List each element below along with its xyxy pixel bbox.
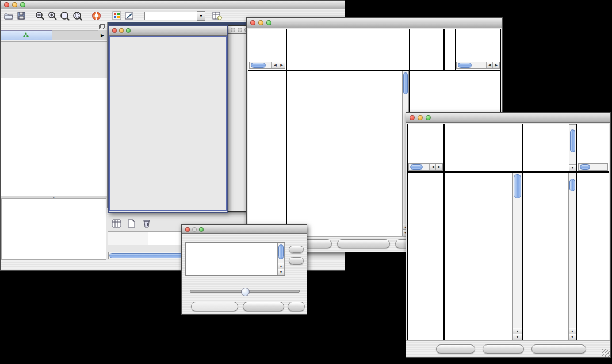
zoom-window-button[interactable] — [426, 115, 431, 120]
minimize-button[interactable] — [258, 20, 263, 25]
slider-thumb[interactable] — [241, 288, 250, 296]
minimize-button[interactable] — [119, 28, 124, 33]
move-down-button[interactable] — [289, 257, 304, 265]
tv1-usage-hints-panel: ◀▶ — [445, 29, 500, 70]
zoom-out-icon[interactable] — [34, 10, 45, 21]
export-graphics-button[interactable] — [531, 344, 586, 354]
export-graphics-button[interactable] — [337, 239, 390, 248]
zoom-window-button[interactable] — [20, 2, 25, 7]
attribute-listbox: ▲▼ — [185, 242, 285, 276]
tv2-zoom-vscrollbar[interactable]: ▲▼ — [568, 173, 576, 340]
network-table-header[interactable] — [1, 40, 107, 42]
tv2-heatmap-canvas[interactable] — [445, 173, 512, 340]
animation-speed-slider[interactable] — [190, 290, 300, 293]
close-button[interactable] — [112, 28, 117, 33]
tv2-view-status-panel: ◀▶ — [408, 124, 443, 171]
tv2-usage-hscrollbar[interactable] — [578, 163, 608, 171]
minimize-button[interactable] — [192, 227, 197, 232]
tab-network[interactable] — [1, 30, 52, 40]
minimize-button[interactable] — [418, 115, 423, 120]
main-titlebar[interactable] — [1, 1, 345, 10]
save-icon[interactable] — [16, 10, 27, 21]
close-button[interactable] — [231, 28, 235, 32]
vizmap-icon[interactable] — [111, 10, 123, 21]
save-data-button[interactable] — [483, 344, 524, 354]
minimize-button[interactable] — [12, 2, 17, 7]
network-view-window — [108, 25, 228, 213]
open-file-icon[interactable] — [3, 10, 14, 21]
birdseye-panel — [1, 198, 106, 260]
tv1-row-dendrogram[interactable] — [248, 71, 286, 236]
tv1-col-labels — [410, 29, 443, 70]
birdseye-view-canvas[interactable] — [2, 199, 105, 258]
attribute-select-icon[interactable] — [110, 218, 122, 228]
tv2-heatmap-vscrollbar[interactable]: ▲▼ — [512, 173, 522, 340]
zoom-window-button[interactable] — [266, 20, 271, 25]
attribute-list-vscrollbar[interactable]: ▲▼ — [277, 243, 285, 275]
zoom-window-button[interactable] — [199, 227, 204, 232]
import-table-icon[interactable] — [211, 10, 223, 21]
tv2-button-bar — [406, 340, 610, 357]
tv1-column-dendrogram[interactable] — [287, 29, 409, 70]
tab-vizmapper[interactable] — [52, 30, 98, 40]
move-up-button[interactable] — [289, 246, 304, 253]
network-tab-icon — [23, 32, 29, 39]
close-button[interactable] — [250, 20, 255, 25]
tv1-zoom-heatmap-canvas[interactable] — [418, 72, 448, 110]
control-panel: ▶ • — [1, 22, 108, 260]
close-button[interactable] — [410, 115, 415, 120]
tv1-heatmap-canvas[interactable] — [287, 71, 402, 236]
tv2-column-dendrogram-area[interactable] — [445, 124, 522, 171]
tv2-zoom-heatmap-canvas[interactable] — [526, 183, 564, 321]
settings-button[interactable] — [436, 344, 475, 354]
tv1-status-hscrollbar[interactable]: ◀▶ — [249, 62, 285, 69]
annotation-icon[interactable] — [124, 10, 135, 21]
tab-overflow-arrow[interactable]: ▶ — [98, 30, 107, 40]
tv2-col-labels — [523, 124, 569, 171]
tv2-gene-labels — [577, 173, 609, 340]
tv1-heatmap-cell: ▲▼ — [287, 71, 409, 236]
delete-attribute-icon[interactable] — [140, 218, 152, 228]
tv2-heatmap-cell: ▲▼ — [445, 173, 522, 340]
zoom-selected-icon[interactable] — [59, 10, 71, 21]
close-button[interactable] — [185, 227, 190, 232]
float-panel-icon[interactable] — [99, 21, 105, 32]
new-attribute-icon[interactable] — [125, 218, 137, 228]
minimize-button[interactable] — [238, 28, 242, 32]
animate-vizmap-button[interactable] — [191, 302, 238, 311]
treeview2-window: ◀▶ ▼ ▲▼ — [406, 112, 611, 358]
map-colors-dialog: ▲▼ — [181, 224, 307, 315]
search-input[interactable] — [144, 12, 197, 20]
tv2-col-label-cell: ▼ — [523, 124, 576, 171]
search-dropdown-arrow[interactable]: ▼ — [197, 11, 205, 21]
resize-grip[interactable] — [602, 349, 610, 357]
zoom-window-button[interactable] — [126, 28, 131, 33]
zoom-fit-icon[interactable] — [72, 10, 83, 21]
help-lifering-icon[interactable] — [90, 10, 102, 21]
network-tree-whitespace[interactable] — [1, 78, 107, 196]
tv2-usage-hints-panel — [577, 124, 609, 171]
tv2-row-dendrogram[interactable] — [408, 173, 443, 340]
zoom-in-icon[interactable] — [47, 10, 58, 21]
tv2-col-labels-vscrollbar[interactable]: ▼ — [569, 124, 576, 171]
tv1-usage-hscrollbar[interactable]: ◀▶ — [456, 62, 500, 69]
network-graph-canvas[interactable] — [110, 37, 224, 210]
tv1-view-status-panel: ◀▶ — [248, 29, 286, 70]
close-button[interactable] — [4, 2, 9, 7]
create-vizmap-button[interactable] — [243, 302, 284, 311]
control-panel-tabs: ▶ — [1, 30, 107, 40]
tv2-zoom-cell: ▲▼ — [523, 173, 576, 340]
done-button[interactable] — [288, 302, 305, 311]
tv2-status-hscrollbar[interactable]: ◀▶ — [408, 163, 443, 171]
